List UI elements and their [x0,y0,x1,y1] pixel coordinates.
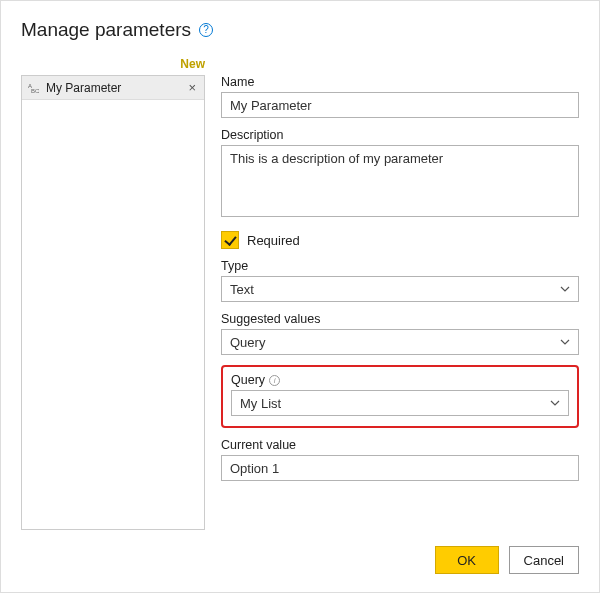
description-textarea[interactable] [221,145,579,217]
description-label: Description [221,128,579,142]
type-select-value: Text [230,282,254,297]
parameter-item-label: My Parameter [42,81,186,95]
type-select[interactable]: Text [221,276,579,302]
chevron-down-icon [560,337,570,347]
query-select[interactable]: My List [231,390,569,416]
dialog-title: Manage parameters [21,19,191,41]
name-input[interactable] [221,92,579,118]
text-type-icon: A BC [28,82,42,93]
help-icon[interactable]: ? [199,23,213,37]
query-label-text: Query [231,373,265,387]
query-select-value: My List [240,396,281,411]
name-label: Name [221,75,579,89]
parameter-list-item[interactable]: A BC My Parameter × [22,76,204,100]
close-icon[interactable]: × [186,80,198,95]
suggested-values-label: Suggested values [221,312,579,326]
current-value-label: Current value [221,438,579,452]
new-parameter-button[interactable]: New [21,55,205,73]
dialog-header: Manage parameters ? [21,19,579,41]
suggested-values-select[interactable]: Query [221,329,579,355]
query-label: Query i [231,373,569,387]
svg-text:BC: BC [31,88,40,93]
dialog-footer: OK Cancel [21,546,579,574]
chevron-down-icon [560,284,570,294]
chevron-down-icon [550,398,560,408]
required-checkbox[interactable] [221,231,239,249]
current-value-input[interactable] [221,455,579,481]
required-label: Required [247,233,300,248]
query-group-highlight: Query i My List [221,365,579,428]
info-icon[interactable]: i [269,375,280,386]
suggested-values-select-value: Query [230,335,265,350]
parameter-list: A BC My Parameter × [21,75,205,530]
type-label: Type [221,259,579,273]
cancel-button[interactable]: Cancel [509,546,579,574]
ok-button[interactable]: OK [435,546,499,574]
